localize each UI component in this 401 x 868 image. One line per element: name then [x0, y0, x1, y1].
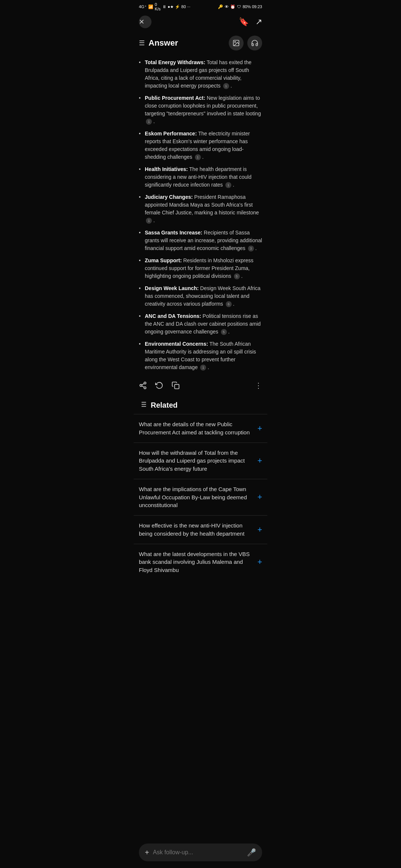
signal-icon: 4G⁺ [139, 4, 147, 9]
svg-point-2 [144, 382, 146, 384]
related-item[interactable]: How effective is the new anti-HIV inject… [134, 515, 267, 544]
copy-action-button[interactable] [172, 381, 180, 389]
share-button[interactable]: ↗ [255, 17, 262, 27]
battery-percent: 80% 09:23 [242, 4, 262, 9]
answer-section-header: ☰ Answer [134, 32, 267, 55]
ref-badge: 6 [226, 301, 232, 307]
related-plus-icon: + [257, 424, 262, 433]
related-item[interactable]: What are the implications of the Cape To… [134, 479, 267, 515]
ref-badge: 1 [225, 182, 231, 188]
answer-list: Total Energy Withdraws: Total has exited… [134, 55, 267, 377]
ref-badge: 5 [221, 329, 227, 335]
refresh-action-button[interactable] [155, 381, 163, 389]
eye-icon: 👁 [225, 4, 229, 9]
ref-badge: 5 [234, 273, 240, 279]
answer-list-item: Environmental Concerns: The South Africa… [139, 338, 262, 374]
related-plus-icon: + [257, 525, 262, 535]
ref-badge: 1 [146, 218, 152, 224]
ref-badge: 1 [146, 119, 152, 125]
pause-icon: ⏸ [162, 4, 166, 9]
related-plus-icon: + [257, 492, 262, 502]
answer-list-item: Eskom Performance: The electricity minis… [139, 128, 262, 163]
answer-header-icons [229, 36, 262, 50]
more-action-button[interactable]: ⋮ [255, 381, 262, 390]
answer-list-item: Total Energy Withdraws: Total has exited… [139, 56, 262, 92]
svg-point-4 [144, 387, 146, 389]
svg-rect-7 [175, 384, 179, 389]
bluetooth-icon: 🛡 [237, 4, 241, 9]
related-list: What are the details of the new Public P… [134, 414, 267, 580]
related-section-header: Related [134, 395, 267, 414]
answer-list-item: ANC and DA Tensions: Political tensions … [139, 310, 262, 338]
svg-line-6 [142, 384, 144, 385]
key-icon: 🔑 [218, 4, 223, 9]
close-button[interactable]: ✕ [139, 16, 151, 28]
menu-icon: ☰ [139, 39, 145, 47]
ref-badge: 3 [248, 246, 254, 251]
wifi-icon: 📶 [148, 4, 153, 9]
related-plus-icon: + [257, 456, 262, 466]
answer-title: Answer [149, 38, 178, 48]
answer-list-item: Sassa Grants Increase: Recipients of Sas… [139, 227, 262, 254]
share-action-button[interactable] [139, 381, 147, 389]
headphone-icon-button[interactable] [247, 36, 262, 50]
related-title: Related [151, 401, 177, 410]
status-left: 4G⁺ 📶 0K/s ⏸ ●★ ⚡ 80 ··· [139, 2, 190, 11]
answer-title-row: ☰ Answer [139, 38, 178, 48]
image-icon-button[interactable] [229, 36, 244, 50]
status-bar: 4G⁺ 📶 0K/s ⏸ ●★ ⚡ 80 ··· 🔑 👁 ⏰ 🛡 80% 09:… [134, 0, 267, 13]
data-speed: 0K/s [155, 2, 161, 11]
related-list-icon [139, 400, 147, 410]
action-bar: ⋮ [134, 377, 267, 395]
svg-line-5 [142, 386, 144, 387]
ref-badge: 1 [195, 154, 201, 160]
svg-point-1 [235, 42, 236, 43]
bookmark-button[interactable]: 🔖 [239, 17, 249, 27]
ref-badge: 1 [223, 83, 229, 89]
status-right: 🔑 👁 ⏰ 🛡 80% 09:23 [218, 4, 262, 9]
related-item-text: What are the details of the new Public P… [139, 420, 257, 437]
related-item-text: What are the implications of the Cape To… [139, 485, 257, 509]
related-item[interactable]: What are the details of the new Public P… [134, 414, 267, 443]
top-nav: ✕ 🔖 ↗ [134, 13, 267, 32]
answer-list-item: Zuma Support: Residents in Msholozi expr… [139, 254, 262, 282]
related-item[interactable]: How will the withdrawal of Total from th… [134, 443, 267, 479]
answer-list-item: Public Procurement Act: New legislation … [139, 92, 262, 128]
alarm-icon: ⏰ [230, 4, 235, 9]
answer-list-item: Design Week Launch: Design Week South Af… [139, 282, 262, 310]
top-nav-right: 🔖 ↗ [239, 17, 262, 27]
answer-list-item: Judiciary Changes: President Ramaphosa a… [139, 191, 262, 227]
svg-point-3 [140, 384, 142, 387]
extra-icons: ●★ ⚡ 80 ··· [168, 4, 190, 9]
related-item[interactable]: What are the latest developments in the … [134, 544, 267, 580]
related-item-text: What are the latest developments in the … [139, 550, 257, 574]
related-plus-icon: + [257, 557, 262, 567]
related-item-text: How will the withdrawal of Total from th… [139, 449, 257, 473]
related-item-text: How effective is the new anti-HIV inject… [139, 522, 257, 538]
ref-badge: 1 [200, 365, 206, 371]
answer-list-item: Health Initiatives: The health departmen… [139, 163, 262, 191]
